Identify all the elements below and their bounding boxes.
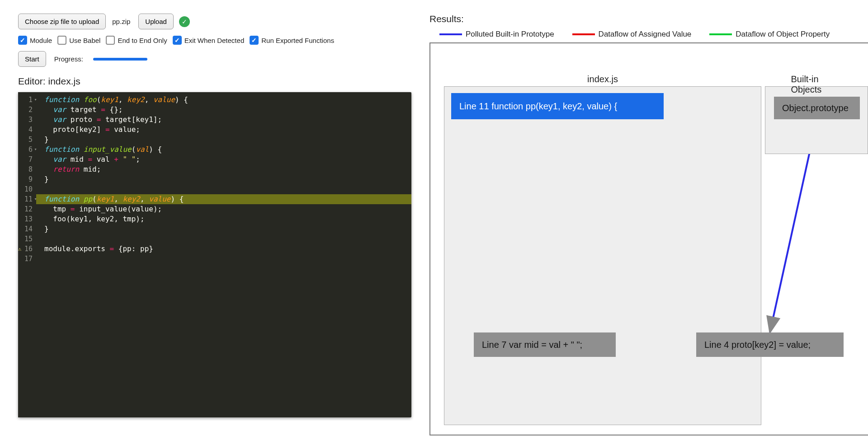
code-line-15[interactable]: [36, 234, 411, 244]
code-line-16[interactable]: module.exports = {pp: pp}: [36, 244, 411, 254]
code-line-4[interactable]: proto[key2] = value;: [36, 125, 411, 135]
code-line-3[interactable]: var proto = target[key1];: [36, 115, 411, 125]
checkbox-icon: ✓: [250, 36, 259, 45]
diagram-group-label: Built-in Objects: [791, 74, 842, 95]
editor-code[interactable]: function foo(key1, key2, value) { var ta…: [36, 92, 411, 417]
editor-gutter: 1234567891011121314151617: [18, 92, 36, 417]
code-line-7[interactable]: var mid = val + " ";: [36, 154, 411, 164]
results-diagram: index.jsBuilt-in ObjectsLine 11 function…: [429, 42, 868, 435]
diagram-node[interactable]: Line 11 function pp(key1, key2, value) {: [451, 93, 664, 119]
checkbox-label: End to End Only: [118, 37, 167, 44]
legend-line-icon: [709, 33, 732, 35]
options-row: ✓ModuleUse BabelEnd to End Only✓Exit Whe…: [18, 36, 411, 45]
checkbox-label: Exit When Detected: [184, 37, 245, 44]
check-circle-icon: ✓: [179, 16, 190, 27]
code-line-8[interactable]: return mid;: [36, 164, 411, 174]
diagram-node[interactable]: Line 4 proto[key2] = value;: [696, 332, 844, 357]
diagram-node[interactable]: Line 7 var mid = val + " ";: [474, 332, 616, 357]
right-panel: Results: Polluted Built-in PrototypeData…: [429, 14, 868, 435]
legend-label: Dataflow of Assigned Value: [599, 30, 692, 39]
diagram-group-label: index.js: [587, 74, 618, 84]
checkbox-icon: [106, 36, 115, 45]
code-line-13[interactable]: foo(key1, key2, tmp);: [36, 214, 411, 224]
left-panel: Choose zip file to upload pp.zip Upload …: [18, 14, 411, 435]
code-line-5[interactable]: }: [36, 135, 411, 145]
code-line-12[interactable]: tmp = input_value(value);: [36, 204, 411, 214]
upload-button[interactable]: Upload: [138, 14, 174, 29]
code-line-17[interactable]: [36, 254, 411, 264]
checkbox-exit[interactable]: ✓Exit When Detected: [173, 36, 245, 45]
checkbox-run[interactable]: ✓Run Exported Functions: [250, 36, 334, 45]
checkbox-label: Run Exported Functions: [261, 37, 334, 44]
uploaded-filename: pp.zip: [111, 18, 133, 25]
editor-title: Editor: index.js: [18, 76, 411, 87]
code-editor[interactable]: 1234567891011121314151617 function foo(k…: [18, 92, 411, 417]
legend-line-icon: [439, 33, 462, 35]
checkbox-icon: ✓: [173, 36, 182, 45]
checkbox-label: Module: [30, 37, 52, 44]
results-legend: Polluted Built-in PrototypeDataflow of A…: [429, 30, 868, 39]
checkbox-module[interactable]: ✓Module: [18, 36, 52, 45]
checkbox-babel[interactable]: Use Babel: [57, 36, 100, 45]
checkbox-icon: [57, 36, 66, 45]
code-line-1[interactable]: function foo(key1, key2, value) {: [36, 95, 411, 105]
code-line-9[interactable]: }: [36, 174, 411, 184]
choose-file-button[interactable]: Choose zip file to upload: [18, 14, 106, 29]
results-title: Results:: [429, 14, 868, 24]
legend-item: Dataflow of Object Property: [709, 30, 830, 39]
diagram-group: index.js: [444, 86, 761, 425]
legend-label: Dataflow of Object Property: [736, 30, 830, 39]
progress-label: Progress:: [54, 55, 83, 63]
checkbox-e2e[interactable]: End to End Only: [106, 36, 167, 45]
legend-item: Polluted Built-in Prototype: [439, 30, 554, 39]
code-line-10[interactable]: [36, 184, 411, 194]
code-line-6[interactable]: function input_value(val) {: [36, 145, 411, 154]
code-line-11[interactable]: function pp(key1, key2, value) {: [36, 194, 411, 204]
checkbox-label: Use Babel: [69, 37, 100, 44]
checkbox-icon: ✓: [18, 36, 27, 45]
legend-label: Polluted Built-in Prototype: [466, 30, 554, 39]
progress-bar: [93, 58, 147, 61]
diagram-node[interactable]: Object.prototype: [774, 97, 860, 119]
legend-item: Dataflow of Assigned Value: [572, 30, 692, 39]
legend-line-icon: [572, 33, 595, 35]
start-button[interactable]: Start: [18, 51, 46, 67]
code-line-2[interactable]: var target = {};: [36, 105, 411, 115]
code-line-14[interactable]: }: [36, 224, 411, 234]
